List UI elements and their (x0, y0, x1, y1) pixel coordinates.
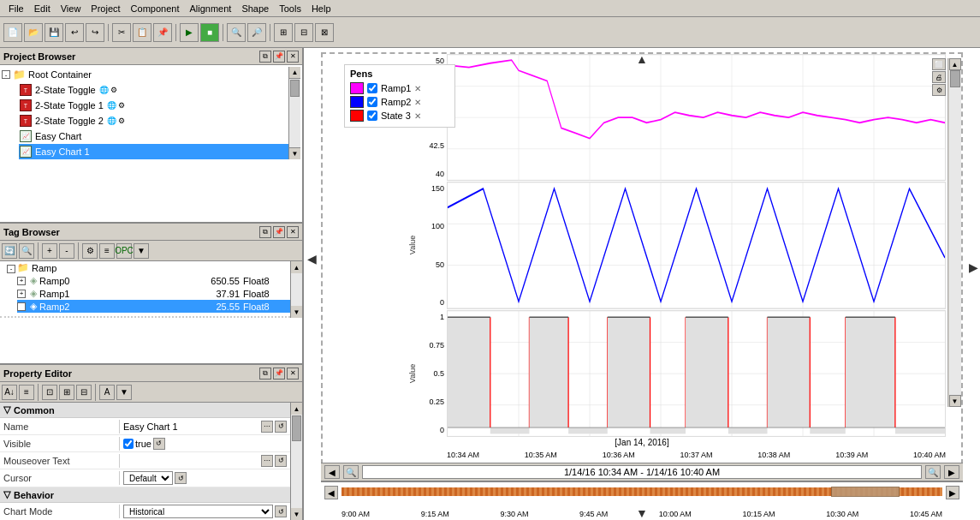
menu-component[interactable]: Component (126, 2, 185, 15)
prop-scroll-down[interactable]: ▼ (291, 508, 302, 520)
toolbar-new[interactable]: 📄 (3, 23, 22, 42)
prop-pin[interactable]: 📌 (273, 368, 285, 380)
chart-bottom-arrow[interactable]: ▼ (636, 506, 648, 520)
tag-item-ramp1[interactable]: + ◈ Ramp1 37.91 Float8 (17, 287, 290, 300)
prop-scroll-up[interactable]: ▲ (291, 403, 302, 415)
expand-root[interactable]: - (2, 70, 10, 79)
menu-alignment[interactable]: Alignment (184, 2, 236, 15)
toolbar-redo[interactable]: ↪ (86, 23, 104, 42)
prop-chart-mode-reset[interactable]: ↺ (275, 505, 287, 517)
toolbar-paste[interactable]: 📌 (153, 23, 172, 42)
prop-mouseover-reset[interactable]: ↺ (275, 455, 287, 467)
nav-prev-btn[interactable]: ◀ (324, 465, 340, 479)
toolbar-copy[interactable]: 📋 (133, 23, 151, 42)
pen-checkbox-state3[interactable] (367, 111, 377, 121)
menu-file[interactable]: File (3, 2, 29, 15)
toolbar-zoom-out[interactable]: 🔎 (247, 23, 266, 42)
menu-shape[interactable]: Shape (236, 2, 274, 15)
tag-filter[interactable]: ▼ (134, 243, 149, 259)
prop-chart-mode-select[interactable]: Historical (123, 505, 273, 518)
prop-close[interactable]: ✕ (287, 368, 299, 380)
prop-font[interactable]: A (99, 385, 115, 400)
chart-scroll-thumb[interactable] (950, 70, 960, 87)
tag-add[interactable]: + (42, 243, 57, 259)
prop-name-browse[interactable]: ⋯ (261, 421, 273, 433)
tag-config[interactable]: ⚙ (82, 243, 98, 259)
project-browser-scrollbar[interactable]: ▲ ▼ (288, 67, 300, 159)
tag-scroll-up[interactable]: ▲ (291, 261, 302, 273)
scrollbar-up[interactable]: ▲ (289, 67, 300, 79)
tag-opc[interactable]: OPC (116, 243, 132, 259)
chart-expand-btn[interactable]: ⬜ (932, 58, 946, 70)
project-browser-restore[interactable]: ⧉ (259, 51, 271, 63)
tree-item-toggle2[interactable]: T 2-State Toggle 2 🌐 ⚙ (19, 113, 288, 129)
nav-next-btn[interactable]: ▶ (944, 465, 959, 479)
pen-checkbox-ramp2[interactable] (367, 97, 377, 107)
tag-scrollbar[interactable]: ▲ ▼ (290, 261, 302, 318)
tag-delete[interactable]: - (59, 243, 74, 259)
prop-mouseover-value[interactable]: ⋯ ↺ (120, 453, 290, 469)
pen-checkbox-ramp1[interactable] (367, 83, 377, 93)
project-browser-pin[interactable]: 📌 (273, 51, 285, 63)
tag-browser-pin[interactable]: 📌 (273, 226, 285, 238)
tag-expand-ramp[interactable]: - (7, 262, 17, 273)
prop-name-reset[interactable]: ↺ (275, 421, 287, 433)
chart-right-arrow[interactable]: ▶ (969, 260, 978, 274)
tag-refresh[interactable]: 🔄 (2, 243, 17, 259)
toolbar-save[interactable]: 💾 (45, 23, 63, 42)
prop-cursor-value[interactable]: Default ↺ (120, 469, 290, 487)
toolbar-align-center[interactable]: ⊟ (294, 23, 313, 42)
chart-left-arrow[interactable]: ◀ (307, 252, 317, 266)
toolbar-cut[interactable]: ✂ (112, 23, 131, 42)
toolbar-zoom-in[interactable]: 🔍 (227, 23, 246, 42)
timeline-right-btn[interactable]: ▶ (946, 486, 959, 499)
prop-collapse[interactable]: ⊟ (76, 385, 92, 400)
toolbar-play[interactable]: ▶ (180, 23, 199, 42)
menu-project[interactable]: Project (86, 2, 125, 15)
prop-visible-value[interactable]: true ↺ (120, 436, 290, 451)
prop-scrollbar[interactable]: ▲ ▼ (290, 403, 302, 520)
chart-scroll-down-btn[interactable]: ▼ (949, 395, 961, 407)
prop-mouseover-browse[interactable]: ⋯ (261, 455, 273, 467)
tag-search[interactable]: 🔍 (19, 243, 34, 259)
chart-top-arrow[interactable]: ▲ (636, 52, 648, 66)
prop-scroll-thumb[interactable] (292, 415, 301, 441)
pen-close-ramp1[interactable]: ✕ (414, 84, 421, 93)
prop-cursor-reset[interactable]: ↺ (175, 472, 187, 484)
scrollbar-thumb[interactable] (290, 80, 300, 97)
menu-edit[interactable]: Edit (29, 2, 56, 15)
prop-more[interactable]: ▼ (116, 385, 132, 400)
prop-filter[interactable]: ⊡ (42, 385, 57, 400)
prop-section-behavior[interactable]: ▽ Behavior (0, 487, 290, 503)
prop-sort-cat[interactable]: ≡ (19, 385, 34, 400)
scrollbar-down[interactable]: ▼ (289, 147, 300, 159)
project-browser-close[interactable]: ✕ (287, 51, 299, 63)
menu-help[interactable]: Help (306, 2, 336, 15)
toolbar-stop[interactable]: ■ (200, 23, 219, 42)
toolbar-align-left[interactable]: ⊞ (274, 23, 293, 42)
toolbar-align-right[interactable]: ⊠ (315, 23, 334, 42)
prop-chart-mode-value[interactable]: Historical ↺ (120, 503, 290, 520)
tree-item-root[interactable]: - 📁 Root Container (2, 67, 288, 82)
tree-item-toggle1[interactable]: T 2-State Toggle 1 🌐 ⚙ (19, 98, 288, 113)
tag-browser-restore[interactable]: ⧉ (259, 226, 271, 238)
toolbar-open[interactable]: 📂 (24, 23, 43, 42)
prop-visible-checkbox[interactable] (123, 439, 134, 449)
pen-close-ramp2[interactable]: ✕ (414, 98, 421, 107)
prop-name-value[interactable]: Easy Chart 1 ⋯ ↺ (120, 419, 290, 434)
prop-restore[interactable]: ⧉ (259, 368, 271, 380)
tag-item-ramp2[interactable]: + ◈ Ramp2 25.55 Float8 (17, 300, 290, 313)
tag-options[interactable]: ≡ (99, 243, 115, 259)
chart-scroll-up-btn[interactable]: ▲ (949, 58, 961, 70)
tag-scroll-down[interactable]: ▼ (291, 306, 302, 318)
nav-zoom-in-btn[interactable]: 🔍 (925, 465, 941, 479)
tag-item-ramp0[interactable]: + ◈ Ramp0 650.55 Float8 (17, 274, 290, 287)
prop-sort-alpha[interactable]: A↓ (2, 385, 17, 400)
prop-visible-reset[interactable]: ↺ (153, 438, 165, 450)
prop-cursor-select[interactable]: Default (123, 471, 173, 485)
tag-item-ramp-folder[interactable]: - 📁 Ramp (0, 261, 290, 274)
prop-expand[interactable]: ⊞ (59, 385, 74, 400)
tag-browser-close[interactable]: ✕ (287, 226, 299, 238)
menu-view[interactable]: View (56, 2, 86, 15)
tree-item-chart1[interactable]: 📈 Easy Chart 1 (19, 144, 288, 159)
